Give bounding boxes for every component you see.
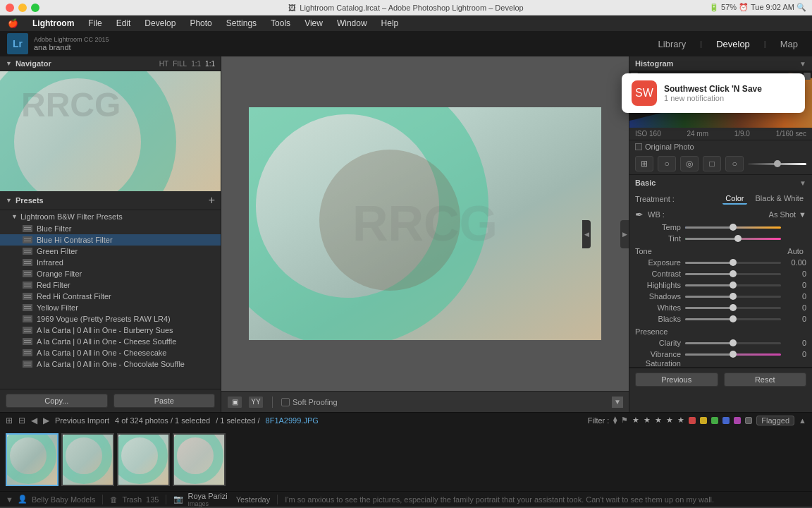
tint-slider[interactable] bbox=[685, 238, 781, 240]
treatment-color-button[interactable]: Color bbox=[722, 193, 746, 205]
left-panel-expand-arrow[interactable]: ◀ bbox=[582, 220, 591, 248]
minimize-button[interactable] bbox=[18, 4, 27, 12]
color-label-none[interactable] bbox=[745, 417, 752, 424]
flagged-filter-button[interactable]: Flagged bbox=[756, 416, 794, 425]
menu-file[interactable]: File bbox=[86, 18, 104, 28]
color-label-purple[interactable] bbox=[734, 417, 741, 424]
compare-view-button[interactable]: ⊟ bbox=[18, 416, 25, 425]
expand-button[interactable]: ▼ bbox=[612, 397, 623, 408]
wb-dropdown-icon[interactable]: ▼ bbox=[799, 210, 806, 219]
preset-item-blue-filter[interactable]: Blue Filter bbox=[0, 223, 221, 234]
preset-item-green[interactable]: Green Filter bbox=[0, 246, 221, 257]
preset-item-red[interactable]: Red Filter bbox=[0, 279, 221, 291]
tool-slider-thumb[interactable] bbox=[774, 160, 781, 167]
next-film-button[interactable]: ▶ bbox=[43, 416, 49, 425]
filter-expand-icon[interactable]: ▲ bbox=[799, 416, 806, 425]
star-3[interactable]: ★ bbox=[655, 416, 662, 425]
star-1[interactable]: ★ bbox=[632, 416, 639, 425]
histogram-header[interactable]: Histogram ▼ bbox=[629, 56, 812, 71]
grid-view-button[interactable]: ⊞ bbox=[6, 416, 13, 425]
film-thumb-1[interactable] bbox=[6, 433, 59, 486]
preset-item-infrared[interactable]: Infrared bbox=[0, 257, 221, 268]
menu-lightroom[interactable]: Lightroom bbox=[30, 18, 76, 28]
preset-item-red-hi[interactable]: Red Hi Contrast Filter bbox=[0, 291, 221, 302]
auto-button[interactable]: Auto bbox=[785, 247, 806, 255]
navigator-header[interactable]: ▼ Navigator HT FILL 1:1 1:1 bbox=[0, 56, 221, 71]
nav-ctrl-1-1[interactable]: 1:1 bbox=[191, 60, 201, 68]
menu-photo[interactable]: Photo bbox=[187, 18, 214, 28]
temp-slider[interactable] bbox=[685, 226, 781, 229]
preset-group-header[interactable]: ▼ Lightroom B&W Filter Presets bbox=[0, 210, 221, 223]
clarity-slider[interactable] bbox=[685, 342, 781, 344]
copy-button[interactable]: Copy... bbox=[6, 394, 108, 408]
nav-ctrl-fill[interactable]: FILL bbox=[173, 60, 187, 68]
color-label-red[interactable] bbox=[689, 417, 696, 424]
preset-item-burberry[interactable]: A la Carta | 0 All in One - Burberry Sue… bbox=[0, 325, 221, 336]
shadows-slider[interactable] bbox=[685, 296, 781, 298]
view-mode-button[interactable]: ▣ bbox=[227, 396, 242, 409]
blacks-slider[interactable] bbox=[685, 318, 781, 320]
original-photo-checkbox[interactable] bbox=[635, 143, 642, 150]
film-thumb-4[interactable] bbox=[173, 433, 226, 486]
tab-develop[interactable]: Develop bbox=[716, 39, 750, 49]
menu-edit[interactable]: Edit bbox=[114, 18, 133, 28]
treatment-bw-button[interactable]: Black & White bbox=[753, 193, 806, 205]
right-panel-expand-arrow[interactable]: ▶ bbox=[620, 220, 629, 248]
film-thumb-3[interactable] bbox=[117, 433, 170, 486]
star-5[interactable]: ★ bbox=[677, 416, 684, 425]
blacks-slider-row: Blacks 0 bbox=[629, 313, 812, 325]
preset-item-blue-hi[interactable]: Blue Hi Contrast Filter bbox=[0, 234, 221, 246]
filter-icon[interactable]: ⧫ bbox=[613, 416, 617, 425]
vibrance-slider[interactable] bbox=[685, 353, 781, 356]
tool-slider[interactable] bbox=[748, 163, 806, 165]
nav-ctrl-ht[interactable]: HT bbox=[159, 60, 168, 68]
preset-item-chocolate[interactable]: A la Carta | 0 All in One - Chocolate So… bbox=[0, 358, 221, 370]
preset-item-1969[interactable]: 1969 Vogue (Pretty Presets RAW LR4) bbox=[0, 313, 221, 325]
maximize-button[interactable] bbox=[31, 4, 39, 12]
color-label-green[interactable] bbox=[711, 417, 718, 424]
radial-filter-tool[interactable]: ○ bbox=[725, 156, 744, 171]
soft-proofing-checkbox[interactable] bbox=[281, 398, 290, 406]
exposure-slider[interactable] bbox=[685, 262, 781, 264]
preset-item-cheesecake[interactable]: A la Carta | 0 All in One - Cheesecake bbox=[0, 347, 221, 358]
soft-proofing-check[interactable]: Soft Proofing bbox=[281, 398, 338, 406]
whites-slider[interactable] bbox=[685, 307, 781, 309]
color-label-yellow[interactable] bbox=[700, 417, 707, 424]
spot-removal-tool[interactable]: ○ bbox=[658, 156, 676, 171]
preset-item-orange[interactable]: Orange Filter bbox=[0, 268, 221, 279]
preset-item-yellow[interactable]: Yellow Filter bbox=[0, 302, 221, 313]
menu-develop[interactable]: Develop bbox=[142, 18, 178, 28]
tab-library[interactable]: Library bbox=[658, 39, 687, 49]
redeye-tool[interactable]: ◎ bbox=[680, 156, 699, 171]
previous-button[interactable]: Previous bbox=[635, 373, 718, 387]
menu-view[interactable]: View bbox=[302, 18, 325, 28]
star-4[interactable]: ★ bbox=[666, 416, 673, 425]
star-2[interactable]: ★ bbox=[644, 416, 651, 425]
menu-apple[interactable]: 🍎 bbox=[6, 18, 20, 28]
preset-item-cheese[interactable]: A la Carta | 0 All in One - Cheese Souff… bbox=[0, 336, 221, 347]
paste-button[interactable]: Paste bbox=[113, 394, 216, 408]
nav-ctrl-custom[interactable]: 1:1 bbox=[205, 60, 215, 68]
tab-map[interactable]: Map bbox=[780, 39, 798, 49]
basic-panel-header[interactable]: Basic ▼ bbox=[629, 175, 812, 190]
film-thumb-2[interactable] bbox=[61, 433, 114, 486]
eyedropper-icon[interactable]: ✒ bbox=[635, 209, 644, 220]
crop-button[interactable]: YY bbox=[248, 396, 264, 409]
highlights-slider[interactable] bbox=[685, 284, 781, 286]
wb-value[interactable]: As Shot bbox=[769, 210, 796, 219]
menu-window[interactable]: Window bbox=[335, 18, 369, 28]
menu-tools[interactable]: Tools bbox=[269, 18, 293, 28]
menu-help[interactable]: Help bbox=[379, 18, 401, 28]
contrast-slider[interactable] bbox=[685, 273, 781, 275]
graduated-filter-tool[interactable]: □ bbox=[703, 156, 721, 171]
close-button[interactable] bbox=[6, 4, 14, 12]
photo-name[interactable]: 8F1A2999.JPG bbox=[266, 416, 319, 425]
filter-flag-icon[interactable]: ⚑ bbox=[621, 416, 628, 425]
menu-settings[interactable]: Settings bbox=[224, 18, 259, 28]
crop-overlay-tool[interactable]: ⊞ bbox=[635, 156, 653, 171]
add-preset-button[interactable]: + bbox=[209, 194, 215, 207]
reset-button[interactable]: Reset bbox=[724, 373, 807, 387]
color-label-blue[interactable] bbox=[722, 417, 730, 424]
presets-header[interactable]: ▼ Presets + bbox=[0, 191, 221, 210]
prev-film-button[interactable]: ◀ bbox=[31, 416, 37, 425]
